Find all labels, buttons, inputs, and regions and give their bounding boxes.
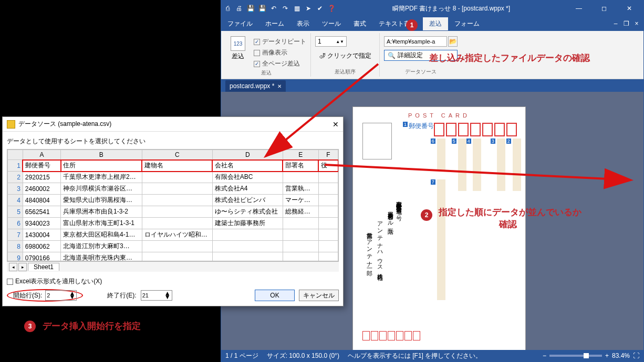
table-row[interactable]: 69340023富山県射水市海王町1-3-1建築士加藤事務所 — [8, 218, 338, 229]
window-buttons: — ◻ ✕ — [567, 1, 641, 16]
zoom-out-icon[interactable]: − — [543, 352, 546, 359]
qa-icon[interactable]: 💾 — [258, 4, 266, 13]
annotation-1: 差し込み指定したファイルデータの確認 — [429, 52, 590, 64]
ribbon-group-order: 1▲▼ ⮰クリックで指定 差込順序 — [313, 33, 380, 77]
sheet-nav-next-icon[interactable]: ▸ — [18, 263, 27, 271]
qa-icon[interactable]: ↶ — [269, 4, 278, 13]
merge-button-label: 差込 — [232, 52, 244, 61]
qa-icon[interactable]: 💾 — [246, 4, 255, 13]
close-button[interactable]: ✕ — [617, 1, 641, 16]
qa-icon[interactable]: ⎙ — [223, 4, 232, 13]
ok-button[interactable]: OK — [255, 290, 295, 301]
status-help: ヘルプを表示するには [F1] を押してください。 — [348, 352, 482, 360]
cancel-button[interactable]: キャンセル — [299, 290, 339, 301]
document-tabstrip: postcard.wppx * ✕ — [221, 79, 643, 92]
excel-format-checkbox[interactable]: Excel表示形式を適用しない(X) — [7, 277, 102, 286]
sender-zip — [362, 331, 420, 340]
qa-icon[interactable]: ▦ — [293, 4, 301, 13]
doc-tab-label: postcard.wppx * — [230, 82, 274, 90]
doc-tab-close-icon[interactable]: ✕ — [277, 83, 282, 89]
tab-mailmerge[interactable]: 差込 — [423, 17, 448, 30]
cursor-icon: ⮰ — [319, 52, 325, 60]
zoom-slider[interactable] — [549, 355, 602, 357]
status-size: サイズ: 100.0 x 150.0 (0°) — [267, 352, 339, 360]
dialog-icon — [7, 120, 15, 129]
merge-icon: 123 — [231, 36, 245, 51]
ribbon-tabs: ファイル ホーム 表示 ツール 書式 テキスト書式 差込 フォーム – ❐ × — [221, 16, 643, 31]
quick-access: ⎙ 🖨 💾 💾 ↶ ↷ ▦ ➤ ✔ ❓ — [223, 4, 336, 13]
table-row[interactable]: 86980062北海道江別市大麻町3… — [8, 241, 338, 252]
tab-file[interactable]: ファイル — [221, 17, 259, 30]
mdi-min-icon[interactable]: – — [611, 20, 620, 27]
start-row-highlight: 開始行(S): ▲▼ — [7, 289, 83, 302]
magnifier-icon: 🔍 — [388, 52, 396, 59]
tab-format[interactable]: 書式 — [347, 17, 372, 30]
start-row-value[interactable] — [47, 292, 68, 299]
tab-form[interactable]: フォーム — [448, 17, 486, 30]
qa-icon[interactable]: ✔ — [316, 4, 324, 13]
chk-data-repeat[interactable]: データリピート — [254, 36, 306, 47]
annotation-2b: 確認 — [499, 218, 517, 230]
chk-show-image[interactable]: 画像表示 — [254, 47, 306, 58]
badge-1: 1 — [406, 19, 418, 31]
window-title: 瞬簡PDF 書けまっせ 8 - [postcard.wppx *] — [336, 4, 567, 13]
group-label: データソース — [405, 68, 437, 76]
sheet-nav-first-icon[interactable]: ◂ — [9, 263, 17, 271]
status-bar: 1 / 1 ページ サイズ: 100.0 x 150.0 (0°) ヘルプを表示… — [221, 350, 643, 361]
table-row[interactable]: 1郵便番号住所建物名会社名部署名役 — [8, 160, 338, 172]
badge-3: 3 — [24, 321, 36, 332]
table-row[interactable]: 71430004東京都大田区昭和島4-1…ロイヤルハイツ昭和島1503… — [8, 229, 338, 241]
column-header-row: ABCDEF — [8, 150, 338, 160]
qa-icon[interactable]: 🖨 — [235, 4, 243, 13]
end-row-input[interactable]: ▲▼ — [141, 290, 172, 301]
mdi-restore-icon[interactable]: ❐ — [621, 20, 631, 27]
tab-tool[interactable]: ツール — [316, 17, 347, 30]
datasource-dialog: データソース (sample-atena.csv) ✕ データとして使用するシー… — [2, 116, 344, 306]
qa-icon[interactable]: ❓ — [327, 4, 336, 13]
badge-2: 2 — [421, 209, 432, 221]
maximize-button[interactable]: ◻ — [592, 1, 616, 16]
qa-icon[interactable]: ↷ — [281, 4, 289, 13]
title-bar: ⎙ 🖨 💾 💾 ↶ ↷ ▦ ➤ ✔ ❓ 瞬簡PDF 書けまっせ 8 - [pos… — [221, 1, 643, 16]
data-grid[interactable]: ABCDEF 1郵便番号住所建物名会社名部署名役22920215千葉県木更津市上… — [7, 149, 339, 261]
mdi-close-icon[interactable]: × — [632, 20, 641, 27]
end-row-label: 終了行(E): — [107, 291, 136, 300]
status-page: 1 / 1 ページ — [225, 352, 258, 360]
doc-tab[interactable]: postcard.wppx * ✕ — [225, 80, 286, 92]
start-row-input[interactable]: ▲▼ — [45, 290, 77, 301]
dialog-prompt: データとして使用するシートを選択してください — [7, 135, 339, 149]
stamp-frame — [362, 123, 392, 159]
annotation-3: データ挿入開始行を指定 — [43, 320, 141, 332]
dialog-titlebar: データソース (sample-atena.csv) ✕ — [3, 117, 343, 132]
minimize-button[interactable]: — — [567, 1, 591, 16]
table-row[interactable]: 90790166北海道美唄市光珠内東… — [8, 252, 338, 262]
postcard-header: POST CARD — [408, 112, 470, 119]
sheet-tab[interactable]: Sheet1 — [28, 263, 59, 271]
sender-addr2: 東日本橋藤和ビル五階 — [388, 207, 394, 309]
zoom-value: 83.4% — [612, 352, 630, 359]
end-row-value[interactable] — [142, 292, 163, 299]
table-row[interactable]: 56562541兵庫県洲本市由良1-3-2ゆ〜らシティ株式会社総務経… — [8, 206, 338, 218]
table-row[interactable]: 22920215千葉県木更津市上根岸2…有限会社ABC — [8, 172, 338, 183]
table-row[interactable]: 32460002神奈川県横浜市瀬谷区…株式会社A4営業執… — [8, 183, 338, 195]
table-row[interactable]: 44840804愛知県犬山市羽黒桜海…株式会社ビビンバマーケティ… — [8, 195, 338, 206]
zoom-in-icon[interactable]: + — [605, 352, 609, 359]
sheet-tabs: ◂ ▸ Sheet1 — [7, 261, 339, 272]
datasource-path[interactable]: A:¥temp¥sample-a — [384, 36, 447, 47]
merge-button[interactable]: 123 差込 — [226, 34, 250, 69]
dialog-title: データソース (sample-atena.csv) — [18, 120, 111, 129]
group-label: 差込順序 — [335, 68, 356, 76]
click-specify-button[interactable]: ⮰クリックで指定 — [315, 50, 375, 62]
datasource-browse-button[interactable]: 📂 — [448, 36, 458, 47]
order-spinner[interactable]: 1▲▼ — [315, 36, 347, 47]
fullscreen-icon[interactable]: ⛶ — [633, 352, 639, 359]
sender-dept: 営業部 アンテナ一郎 — [367, 228, 373, 317]
tab-view[interactable]: 表示 — [290, 17, 316, 30]
dialog-close-icon[interactable]: ✕ — [333, 120, 339, 129]
ribbon-group-merge: 123 差込 データリピート 画像表示 全ページ差込 差込 — [224, 33, 311, 77]
chk-all-pages[interactable]: 全ページ差込 — [254, 58, 306, 69]
start-row-label: 開始行(S): — [13, 291, 42, 300]
qa-icon[interactable]: ➤ — [304, 4, 313, 13]
annotation-2a: 指定した順にデータが並んでいるか — [439, 206, 581, 218]
tab-home[interactable]: ホーム — [259, 17, 290, 30]
